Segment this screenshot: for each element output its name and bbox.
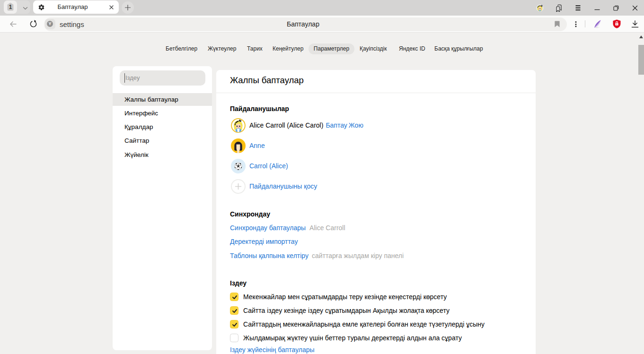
svg-text:1: 1 [9,4,12,10]
